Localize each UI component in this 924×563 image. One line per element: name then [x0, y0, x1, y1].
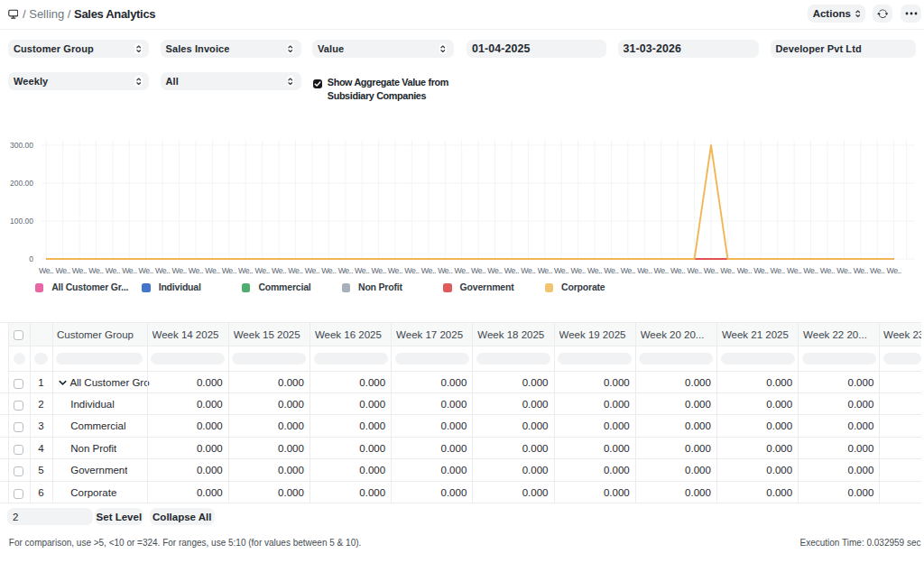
svg-text:We..: We.. [654, 266, 669, 275]
svg-text:We..: We.. [637, 266, 651, 275]
svg-text:We..: We.. [139, 266, 153, 275]
svg-text:We..: We.. [371, 266, 385, 275]
svg-text:We..: We.. [39, 266, 53, 275]
svg-text:We..: We.. [272, 266, 286, 275]
svg-text:We..: We.. [421, 266, 436, 275]
svg-text:We..: We.. [720, 266, 735, 275]
svg-text:We..: We.. [870, 266, 884, 275]
svg-text:We..: We.. [521, 266, 535, 275]
svg-text:We..: We.. [88, 266, 103, 275]
svg-text:We..: We.. [455, 266, 469, 275]
svg-text:We..: We.. [171, 266, 186, 275]
svg-text:We..: We.. [621, 266, 635, 275]
svg-text:We..: We.. [836, 266, 851, 275]
svg-text:We..: We.. [305, 266, 319, 275]
svg-text:We..: We.. [886, 266, 901, 275]
svg-text:We..: We.. [288, 266, 302, 275]
svg-text:We..: We.. [820, 266, 835, 275]
svg-text:100.00: 100.00 [10, 217, 33, 226]
svg-text:We..: We.. [238, 266, 253, 275]
svg-text:We..: We.. [106, 266, 120, 275]
svg-text:We..: We.. [570, 266, 585, 275]
svg-text:0: 0 [29, 254, 33, 263]
svg-text:We..: We.. [554, 266, 568, 275]
svg-text:We..: We.. [404, 266, 419, 275]
svg-text:We..: We.. [321, 266, 336, 275]
svg-text:200.00: 200.00 [10, 179, 33, 188]
svg-text:We..: We.. [771, 266, 785, 275]
svg-text:We..: We.. [587, 266, 602, 275]
svg-text:We..: We.. [438, 266, 452, 275]
svg-text:We..: We.. [753, 266, 768, 275]
svg-text:We..: We.. [670, 266, 685, 275]
svg-text:We..: We.. [504, 266, 519, 275]
svg-text:We..: We.. [687, 266, 701, 275]
svg-text:We..: We.. [471, 266, 485, 275]
svg-text:We..: We.. [787, 266, 801, 275]
svg-text:We..: We.. [604, 266, 618, 275]
svg-text:300.00: 300.00 [10, 141, 33, 150]
svg-text:We..: We.. [122, 266, 136, 275]
svg-text:We..: We.. [487, 266, 502, 275]
svg-text:We..: We.. [155, 266, 170, 275]
svg-text:We..: We.. [704, 266, 718, 275]
svg-text:We..: We.. [737, 266, 752, 275]
svg-text:We..: We.. [189, 266, 203, 275]
svg-text:We..: We.. [538, 266, 552, 275]
svg-text:We..: We.. [222, 266, 236, 275]
svg-text:We..: We.. [205, 266, 219, 275]
svg-text:We..: We.. [72, 266, 87, 275]
svg-text:We..: We.. [388, 266, 402, 275]
svg-text:We..: We.. [854, 266, 868, 275]
svg-text:We..: We.. [255, 266, 270, 275]
svg-text:We..: We.. [338, 266, 353, 275]
svg-text:We..: We.. [55, 266, 69, 275]
svg-text:We..: We.. [803, 266, 818, 275]
svg-text:We..: We.. [355, 266, 369, 275]
